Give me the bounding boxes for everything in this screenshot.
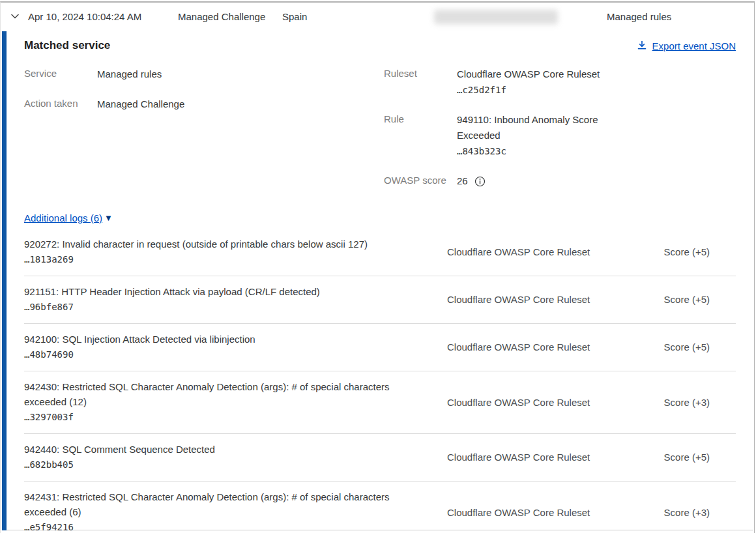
log-rule-hash: …3297003f xyxy=(24,409,423,425)
field-action-taken: Action taken Managed Challenge xyxy=(24,96,384,112)
firewall-event-sheet: Apr 10, 2024 10:04:24 AM Managed Challen… xyxy=(0,1,755,533)
owasp-score-value: 26 xyxy=(457,173,468,189)
page-title: Matched service xyxy=(24,39,110,52)
log-score: Score (+5) xyxy=(664,294,736,305)
log-rule-hash: …96bfe867 xyxy=(24,299,423,315)
ruleset-name: Cloudflare OWASP Core Ruleset xyxy=(457,66,600,82)
log-row: 942431: Restricted SQL Character Anomaly… xyxy=(24,482,736,533)
log-ruleset: Cloudflare OWASP Core Ruleset xyxy=(447,341,611,353)
chevron-down-icon xyxy=(10,11,20,22)
log-rule-description: 942431: Restricted SQL Character Anomaly… xyxy=(24,489,423,519)
field-value: Managed Challenge xyxy=(97,96,184,112)
log-rule-hash: …48b74690 xyxy=(24,347,423,362)
field-service: Service Managed rules xyxy=(24,66,384,82)
log-score: Score (+5) xyxy=(664,246,736,257)
log-ruleset: Cloudflare OWASP Core Ruleset xyxy=(447,294,611,305)
event-action: Managed Challenge xyxy=(178,11,265,22)
info-icon[interactable] xyxy=(474,176,486,187)
matched-service-fields: Service Managed rules Action taken Manag… xyxy=(24,66,736,203)
additional-logs-toggle[interactable]: Additional logs (6) ▼ xyxy=(24,212,113,223)
field-ruleset: Ruleset Cloudflare OWASP Core Ruleset …c… xyxy=(384,66,736,98)
log-score: Score (+5) xyxy=(664,452,736,463)
field-rule: Rule 949110: Inbound Anomaly Score Excee… xyxy=(384,112,736,159)
log-ruleset: Cloudflare OWASP Core Ruleset xyxy=(447,397,611,408)
export-event-json-link[interactable]: Export event JSON xyxy=(637,40,736,51)
log-row: 942100: SQL Injection Attack Detected vi… xyxy=(24,324,736,371)
log-rule-hash: …682bb405 xyxy=(24,457,423,472)
log-row: 942440: SQL Comment Sequence Detected …6… xyxy=(24,434,736,482)
selected-row-accent-bar xyxy=(2,31,7,530)
log-row: 921151: HTTP Header Injection Attack via… xyxy=(24,276,736,324)
field-label: Service xyxy=(24,66,97,82)
field-owasp-score: OWASP score 26 xyxy=(384,173,736,189)
additional-logs-label: Additional logs (6) xyxy=(24,212,102,223)
log-rule-description: 920272: Invalid character in request (ou… xyxy=(24,237,423,252)
log-row: 920272: Invalid character in request (ou… xyxy=(24,229,736,276)
caret-down-icon: ▼ xyxy=(104,213,113,223)
rule-id-hash: …843b323c xyxy=(457,143,613,159)
log-ruleset: Cloudflare OWASP Core Ruleset xyxy=(447,452,611,463)
redacted-text xyxy=(434,10,558,24)
log-rule-description: 942100: SQL Injection Attack Detected vi… xyxy=(24,332,423,347)
log-score: Score (+3) xyxy=(664,397,736,408)
panel-header: Matched service Export event JSON xyxy=(24,39,736,52)
log-rule-hash: …1813a269 xyxy=(24,252,423,267)
log-score: Score (+3) xyxy=(664,507,736,518)
log-ruleset: Cloudflare OWASP Core Ruleset xyxy=(447,246,611,257)
event-country: Spain xyxy=(282,11,307,22)
field-value: Managed rules xyxy=(97,66,162,82)
field-label: OWASP score xyxy=(384,173,457,189)
log-rule-description: 942440: SQL Comment Sequence Detected xyxy=(24,442,423,457)
field-label: Ruleset xyxy=(384,66,457,98)
log-score: Score (+5) xyxy=(664,341,736,353)
event-detail-panel: Matched service Export event JSON Servic… xyxy=(7,31,753,530)
log-rule-hash: …e5f94216 xyxy=(24,519,423,533)
log-row: 942430: Restricted SQL Character Anomaly… xyxy=(24,371,736,434)
event-row: Apr 10, 2024 10:04:24 AM Managed Challen… xyxy=(1,3,754,30)
log-rule-description: 942430: Restricted SQL Character Anomaly… xyxy=(24,379,423,409)
additional-logs-section: Additional logs (6) ▼ 920272: Invalid ch… xyxy=(24,212,736,533)
download-icon xyxy=(637,40,647,51)
log-ruleset: Cloudflare OWASP Core Ruleset xyxy=(447,507,611,518)
export-link-label: Export event JSON xyxy=(652,40,736,51)
event-timestamp: Apr 10, 2024 10:04:24 AM xyxy=(28,11,141,22)
event-service: Managed rules xyxy=(607,11,671,22)
ruleset-id-hash: …c25d2f1f xyxy=(457,82,600,98)
field-label: Action taken xyxy=(24,96,97,112)
collapse-row-button[interactable] xyxy=(8,10,22,23)
log-rule-description: 921151: HTTP Header Injection Attack via… xyxy=(24,284,423,299)
field-label: Rule xyxy=(384,112,457,159)
rule-name: 949110: Inbound Anomaly Score Exceeded xyxy=(457,112,613,143)
